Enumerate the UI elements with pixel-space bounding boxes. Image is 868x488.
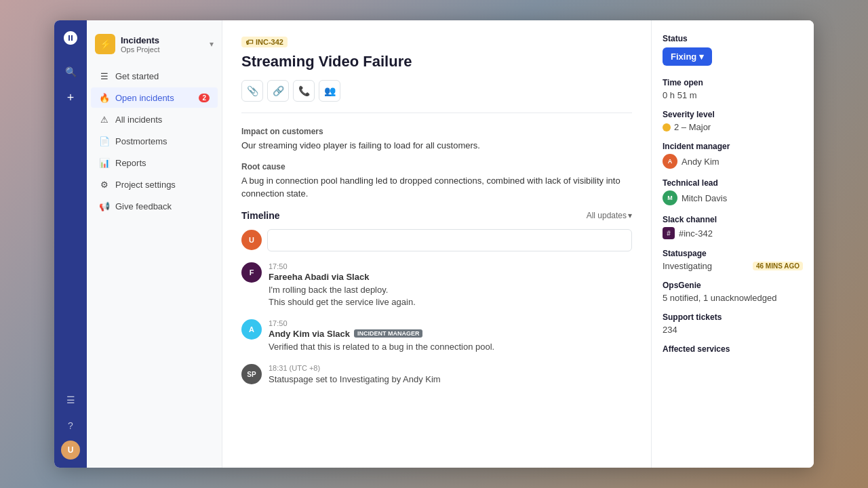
gear-icon: ⚙ xyxy=(99,179,110,190)
timeline-header: Timeline All updates ▾ xyxy=(241,210,632,221)
timeline-avatar: SP xyxy=(241,364,262,384)
sidebar-item-label: Reports xyxy=(115,158,146,168)
timeline-item: SP 18:31 (UTC +8) Statuspage set to Inve… xyxy=(241,364,632,386)
timeline-title: Timeline xyxy=(241,210,280,221)
timeline-time: 17:50 xyxy=(269,262,632,270)
timeline-input[interactable] xyxy=(267,229,632,251)
impact-label: Impact on customers xyxy=(241,127,632,136)
incident-manager-label: Incident manager xyxy=(663,142,803,151)
technical-lead-section: Technical lead M Mitch Davis xyxy=(663,178,803,205)
statuspage-label: Statuspage xyxy=(663,249,803,258)
sidebar-item-get-started[interactable]: ☰ Get started xyxy=(91,66,218,86)
project-sub: Ops Project xyxy=(121,45,204,54)
chevron-down-icon: ▾ xyxy=(699,52,704,62)
time-open-section: Time open 0 h 51 m xyxy=(663,78,803,100)
statuspage-row: Investigating 46 MINS AGO xyxy=(663,261,803,271)
impact-text: Our streaming video player is failing to… xyxy=(241,139,632,152)
attach-button[interactable]: 📎 xyxy=(241,80,263,102)
timeline-avatar: A xyxy=(241,319,262,340)
incident-manager-avatar: A xyxy=(663,154,677,169)
statuspage-section: Statuspage Investigating 46 MINS AGO xyxy=(663,249,803,271)
nav-sidebar: ⚡ Incidents Ops Project ▾ ☰ Get started … xyxy=(87,20,222,468)
root-cause-text: A bug in connection pool handling led to… xyxy=(241,174,632,201)
sidebar-item-all-incidents[interactable]: ⚠ All incidents xyxy=(91,109,218,129)
main-content: 🏷 INC-342 Streaming Video Failure 📎 🔗 📞 … xyxy=(222,20,651,468)
sidebar-item-label: Open incidents xyxy=(115,93,174,103)
timeline-item: A 17:50 Andy Kim via Slack INCIDENT MANA… xyxy=(241,319,632,353)
document-icon: 📄 xyxy=(99,136,110,146)
sidebar-item-project-settings[interactable]: ⚙ Project settings xyxy=(91,174,218,195)
fire-icon: 🔥 xyxy=(99,92,110,103)
project-header[interactable]: ⚡ Incidents Ops Project ▾ xyxy=(87,28,222,60)
timeline-msg: Statuspage set to Investigating by Andy … xyxy=(269,373,632,386)
support-tickets-label: Support tickets xyxy=(663,312,803,322)
timeline-msg: I'm rolling back the last deploy. xyxy=(269,284,632,296)
chevron-down-icon: ▾ xyxy=(210,39,214,49)
timeline-item: F 17:50 Fareeha Abadi via Slack I'm roll… xyxy=(241,262,632,308)
slack-channel-label: Slack channel xyxy=(663,215,803,224)
incident-manager-name: Andy Kim xyxy=(682,157,719,167)
add-icon[interactable]: + xyxy=(60,87,81,108)
slack-channel-value: #inc-342 xyxy=(679,228,713,239)
megaphone-icon: 📢 xyxy=(99,201,110,211)
technical-lead-row: M Mitch Davis xyxy=(663,190,803,205)
right-panel: Status Fixing ▾ Time open 0 h 51 m Sever… xyxy=(651,20,814,468)
status-label: Status xyxy=(663,34,803,43)
user-timeline-avatar: U xyxy=(241,230,262,250)
sidebar-item-reports[interactable]: 📊 Reports xyxy=(91,152,218,173)
root-cause-label: Root cause xyxy=(241,162,632,171)
people-button[interactable]: 👥 xyxy=(319,80,340,102)
search-icon[interactable]: 🔍 xyxy=(60,61,81,83)
status-section: Status Fixing ▾ xyxy=(663,34,803,66)
affected-services-label: Affected services xyxy=(663,344,803,354)
link-button[interactable]: 🔗 xyxy=(267,80,289,102)
call-button[interactable]: 📞 xyxy=(293,80,315,102)
all-updates-button[interactable]: All updates ▾ xyxy=(587,211,632,220)
timeline-msg: Verified that this is related to a bug i… xyxy=(269,341,632,353)
timeline-input-row: U xyxy=(241,229,632,251)
technical-lead-avatar: M xyxy=(663,190,677,205)
time-open-label: Time open xyxy=(663,78,803,87)
app-logo[interactable] xyxy=(61,28,80,47)
severity-dot xyxy=(663,123,671,131)
opsgenie-label: OpsGenie xyxy=(663,281,803,290)
technical-lead-name: Mitch Davis xyxy=(682,193,727,203)
slack-icon: # xyxy=(663,227,675,239)
timeline-time: 17:50 xyxy=(269,319,632,327)
list-icon: ☰ xyxy=(99,70,110,81)
slack-channel-row: # #inc-342 xyxy=(663,227,803,239)
icon-sidebar: 🔍 + ☰ ? U xyxy=(54,20,87,468)
sidebar-item-give-feedback[interactable]: 📢 Give feedback xyxy=(91,196,218,216)
opsgenie-value: 5 notified, 1 unacknowledged xyxy=(663,293,803,303)
severity-section: Severity level 2 – Major xyxy=(663,110,803,132)
chart-icon: 📊 xyxy=(99,157,110,168)
severity-label: Severity level xyxy=(663,110,803,119)
user-avatar[interactable]: U xyxy=(61,441,80,460)
open-incidents-badge: 2 xyxy=(199,94,210,102)
affected-services-section: Affected services xyxy=(663,344,803,354)
incident-tag: 🏷 INC-342 xyxy=(241,37,288,47)
sidebar-item-open-incidents[interactable]: 🔥 Open incidents 2 xyxy=(91,87,218,108)
timeline-author: Fareeha Abadi via Slack xyxy=(269,272,632,282)
sidebar-item-label: Get started xyxy=(115,71,159,81)
incident-title: Streaming Video Failure xyxy=(241,53,632,70)
sidebar-item-label: Postmortems xyxy=(115,136,167,146)
incident-header: 🏷 INC-342 xyxy=(241,37,632,47)
menu-icon[interactable]: ☰ xyxy=(60,389,81,411)
time-open-value: 0 h 51 m xyxy=(663,90,803,100)
incident-manager-row: A Andy Kim xyxy=(663,154,803,169)
statuspage-status: Investigating xyxy=(663,261,712,271)
sidebar-item-label: Give feedback xyxy=(115,201,172,211)
help-icon[interactable]: ? xyxy=(60,415,81,436)
warning-icon: ⚠ xyxy=(99,114,110,125)
project-icon: ⚡ xyxy=(95,34,115,54)
action-bar: 📎 🔗 📞 👥 xyxy=(241,80,632,113)
status-button[interactable]: Fixing ▾ xyxy=(663,47,712,66)
timeline-time: 18:31 (UTC +8) xyxy=(269,364,632,372)
sidebar-item-postmortems[interactable]: 📄 Postmortems xyxy=(91,131,218,151)
support-tickets-section: Support tickets 234 xyxy=(663,312,803,335)
project-name: Incidents xyxy=(121,35,204,45)
opsgenie-section: OpsGenie 5 notified, 1 unacknowledged xyxy=(663,281,803,303)
status-value: Fixing xyxy=(671,52,696,62)
incident-manager-badge: INCIDENT MANAGER xyxy=(354,329,423,338)
